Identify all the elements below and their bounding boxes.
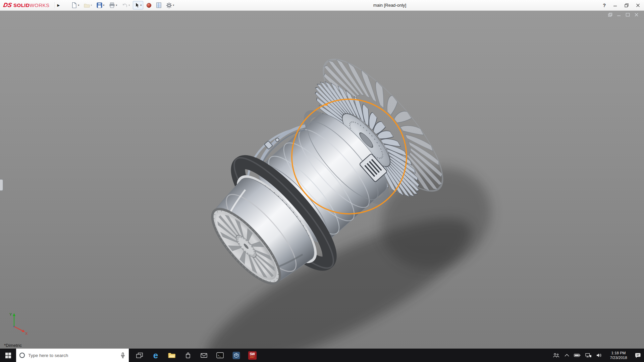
graphics-viewport[interactable]: Y X *Dimetric — [0, 11, 644, 349]
mail-button[interactable] — [196, 349, 212, 362]
featuremanager-collapsed-tab[interactable] — [0, 179, 3, 191]
command-prompt-button[interactable]: >_ — [212, 349, 228, 362]
new-document-icon — [71, 2, 77, 8]
doc-close-button[interactable] — [634, 13, 639, 17]
people-button[interactable] — [553, 353, 560, 358]
doc-minimize-button[interactable] — [617, 13, 621, 17]
cube-app-icon — [232, 352, 240, 359]
battery-button[interactable] — [574, 353, 581, 357]
logo-solid-text: SOLID — [13, 2, 30, 8]
solidworks-app-button[interactable]: SW 2017 — [244, 349, 260, 362]
document-window-controls — [608, 13, 639, 17]
close-button[interactable] — [636, 3, 640, 7]
store-button[interactable] — [180, 349, 196, 362]
microphone-icon[interactable] — [120, 352, 125, 358]
design-table-button[interactable] — [155, 1, 163, 9]
file-explorer-icon — [168, 352, 176, 358]
file-explorer-button[interactable] — [164, 349, 180, 362]
dropdown-caret-icon[interactable]: ▾ — [103, 4, 104, 7]
solidworks-2017-icon: SW 2017 — [248, 351, 257, 360]
window-controls: ? — [603, 0, 640, 11]
annotation-point[interactable] — [325, 104, 328, 106]
cube-app-button[interactable] — [228, 349, 244, 362]
print-button[interactable]: ▾ — [107, 1, 119, 9]
dropdown-caret-icon[interactable]: ▾ — [91, 4, 92, 7]
appearances-button[interactable] — [145, 1, 153, 9]
select-tool-button[interactable]: ▾ — [133, 1, 143, 9]
new-document-button[interactable]: ▾ — [70, 1, 81, 10]
doc-maximize-button[interactable] — [626, 13, 630, 17]
start-button[interactable] — [0, 349, 16, 362]
windows-logo-icon — [5, 353, 11, 358]
edge-icon: e — [153, 351, 158, 360]
store-bag-icon — [185, 352, 191, 359]
task-view-icon — [136, 353, 143, 358]
design-table-icon — [156, 2, 161, 8]
appearances-sphere-icon — [146, 3, 152, 8]
network-icon — [585, 353, 591, 358]
print-icon — [109, 2, 115, 8]
mail-envelope-icon — [201, 353, 207, 358]
titlebar: DS SOLIDWORKS ▶ ▾ ▾ ▾ ▾ ▾ ▾ — [0, 0, 644, 11]
select-cursor-icon — [135, 2, 140, 8]
save-floppy-icon — [97, 2, 102, 8]
window-title: main [Read-only] — [373, 3, 406, 8]
undo-arrow-icon — [122, 3, 128, 8]
save-button[interactable]: ▾ — [95, 1, 106, 9]
dropdown-caret-icon[interactable]: ▾ — [173, 4, 174, 7]
volume-icon — [596, 353, 602, 358]
help-button[interactable]: ? — [603, 3, 606, 8]
ds-logo-icon: DS — [3, 2, 12, 9]
search-input[interactable] — [28, 353, 117, 358]
open-folder-icon — [84, 3, 90, 8]
people-icon — [553, 353, 560, 358]
dropdown-caret-icon[interactable]: ▾ — [128, 4, 130, 7]
task-view-button[interactable] — [131, 349, 148, 362]
view-orientation-label: *Dimetric — [4, 343, 22, 348]
solidworks-logo: DS SOLIDWORKS — [0, 2, 54, 9]
battery-icon — [574, 353, 581, 357]
triad-x-label: X — [25, 331, 28, 336]
logo-works-text: WORKS — [30, 2, 49, 8]
doc-restore-button[interactable] — [608, 13, 612, 17]
dropdown-caret-icon[interactable]: ▾ — [140, 4, 142, 7]
undo-button[interactable]: ▾ — [120, 1, 131, 9]
hidden-icons-button[interactable] — [565, 354, 569, 357]
open-button[interactable]: ▾ — [82, 1, 94, 9]
action-center-icon — [635, 353, 641, 358]
options-button[interactable]: ▾ — [164, 1, 176, 10]
triad-y-label: Y — [9, 312, 12, 316]
dropdown-caret-icon[interactable]: ▾ — [116, 4, 117, 7]
main-toolbar: ▾ ▾ ▾ ▾ ▾ ▾ — [70, 1, 176, 10]
windows-taskbar: e >_ — [0, 349, 644, 362]
toolbar-flyout-arrow-icon[interactable]: ▶ — [54, 2, 63, 8]
clock-time: 1:18 PM — [607, 351, 630, 355]
cortana-icon[interactable] — [19, 353, 25, 358]
dropdown-caret-icon[interactable]: ▾ — [78, 4, 79, 7]
network-button[interactable] — [585, 353, 591, 358]
taskbar-app-icons: e >_ — [131, 349, 260, 362]
svg-text:>_: >_ — [218, 354, 221, 357]
taskbar-clock[interactable]: 1:18 PM 7/23/2018 — [607, 351, 630, 360]
chevron-up-icon — [565, 354, 569, 357]
restore-button[interactable] — [625, 3, 629, 7]
action-center-button[interactable] — [635, 353, 641, 358]
options-gear-icon — [166, 2, 172, 8]
minimize-button[interactable] — [613, 3, 617, 7]
clock-date: 7/23/2018 — [607, 355, 630, 360]
system-tray: 1:18 PM 7/23/2018 — [553, 349, 644, 362]
command-prompt-icon: >_ — [216, 352, 224, 358]
viewport-canvas[interactable]: Y X — [0, 11, 644, 349]
edge-browser-button[interactable]: e — [148, 349, 164, 362]
volume-button[interactable] — [596, 353, 602, 358]
taskbar-search[interactable] — [16, 349, 129, 362]
